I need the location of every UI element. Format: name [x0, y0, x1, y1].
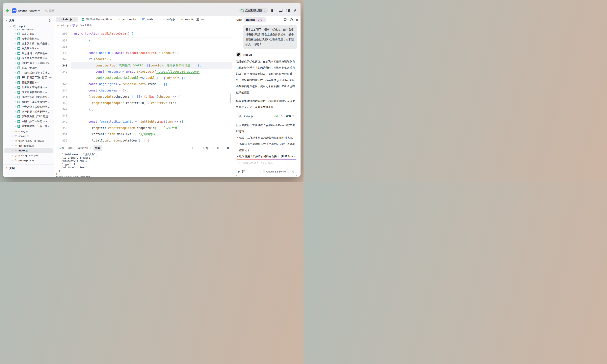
- new-terminal-icon[interactable]: [191, 147, 194, 149]
- file-item[interactable]: 国富论.csv: [4, 32, 53, 37]
- files-section-title[interactable]: 文件: [9, 19, 49, 22]
- toggle-right-panel-icon[interactable]: [286, 9, 290, 13]
- split-editor-icon[interactable]: [196, 18, 199, 21]
- file-item[interactable]: JSfetch_feishu_to_csv.js: [4, 139, 53, 143]
- breadcrumb-file[interactable]: index.js: [61, 24, 69, 26]
- file-item[interactable]: 思维的囚徒.csv: [4, 80, 53, 85]
- file-item[interactable]: JSget_bookid.js: [4, 143, 53, 148]
- editor-tab[interactable]: cookie.txt: [139, 17, 158, 22]
- lines-added: +55: [274, 115, 278, 117]
- send-icon[interactable]: [291, 170, 295, 173]
- file-item[interactable]: 乌合之众：大众心理研...: [4, 104, 53, 109]
- code-editor[interactable]: 296async function getBitableData() { 337…: [54, 28, 232, 144]
- file-item[interactable]: 物种起源（经典超译本...: [4, 109, 53, 114]
- close-panel-icon[interactable]: [296, 19, 298, 21]
- panel-tab-输出[interactable]: 输出: [66, 145, 76, 151]
- code-line[interactable]: 343const highlights = response.data.item…: [54, 81, 232, 88]
- file-change-card[interactable]: index.js +55 -1 审查: [236, 112, 297, 120]
- panel-settings-icon[interactable]: [217, 146, 220, 149]
- file-item[interactable]: 我的第一本人生规划手...: [4, 100, 53, 104]
- toggle-bottom-panel-icon[interactable]: [278, 9, 283, 13]
- split-terminal-icon[interactable]: [201, 147, 204, 149]
- attach-image-icon[interactable]: [242, 170, 245, 173]
- code-line[interactable]: 338: [54, 44, 232, 50]
- file-item[interactable]: 演讲的力量（TED 思想...: [4, 114, 53, 119]
- model-selector[interactable]: Claude-3.5-Sonnet: [260, 169, 289, 174]
- more-icon[interactable]: [211, 148, 214, 148]
- file-item[interactable]: 秋叶特训营 写作7堂课.csv: [4, 75, 53, 80]
- file-item[interactable]: 海子诗全集.csv: [4, 36, 53, 41]
- search-input[interactable]: 搜索: [49, 9, 54, 13]
- code-line[interactable]: 296async function getBitableData() {: [54, 30, 133, 37]
- file-item[interactable]: JSindex.js: [4, 148, 53, 153]
- account-icon[interactable]: [293, 9, 297, 13]
- history-icon[interactable]: [290, 18, 293, 21]
- code-line[interactable]: 345(response.data.chapters || []).forEac…: [54, 94, 232, 100]
- file-item[interactable]: 最重要的事，只有一件.c...: [4, 124, 53, 129]
- file-item[interactable]: 技术的本质：技术是什...: [4, 41, 53, 46]
- context-hash-icon[interactable]: #: [238, 170, 240, 173]
- file-item[interactable]: {}package.json: [4, 158, 53, 163]
- tab-builder[interactable]: Builder Beta: [244, 17, 266, 22]
- file-item[interactable]: 推理的迷宫（罗辑思维...: [4, 95, 53, 100]
- file-item[interactable]: 每天学点中国哲学.csv: [4, 56, 53, 61]
- terminal-output[interactable]: "field_name": "划线人数", "is_primary": fals…: [54, 152, 232, 177]
- file-item[interactable]: JSconfig.js: [4, 129, 53, 134]
- panel-tab-调试控制台[interactable]: 调试控制台: [76, 145, 93, 151]
- editor-tab[interactable]: JSfetch_fe: [177, 17, 195, 22]
- file-item[interactable]: 大败局I.csv: [4, 29, 53, 32]
- panel-tab-问题[interactable]: 问题: [57, 145, 66, 151]
- code-line[interactable]: 351content: item.markText || '无划线内容',: [54, 131, 232, 138]
- trash-icon[interactable]: [206, 147, 209, 149]
- tab-chat[interactable]: Chat: [234, 17, 244, 22]
- file-item[interactable]: 投资中最简单的事.csv: [4, 90, 53, 95]
- chat-input[interactable]: [238, 161, 295, 169]
- close-panel-icon[interactable]: [227, 147, 229, 149]
- file-item[interactable]: 中国，少了一味药.csv: [4, 119, 53, 124]
- editor-tab[interactable]: JSget_bookid.js: [114, 17, 138, 22]
- code-line[interactable]: 340if (bookId) {: [54, 56, 232, 63]
- file-item[interactable]: 巨人的方法.csv: [4, 46, 53, 51]
- code-line[interactable]: 344const chapterMap = {};: [54, 87, 232, 94]
- chevron-down-icon[interactable]: [38, 10, 40, 12]
- editor-tab[interactable]: 你的生命有什么可能.csv: [78, 17, 114, 22]
- maximize-panel-icon[interactable]: [222, 147, 224, 149]
- chevron-down-icon[interactable]: [5, 19, 8, 22]
- editor-tab[interactable]: JSconfig.js: [159, 17, 177, 22]
- close-tab-icon[interactable]: ✕: [74, 18, 76, 21]
- code-line[interactable]: book/bestbookmarks?bookId=${bookId}`, { …: [54, 75, 232, 81]
- restart-update-button[interactable]: 点击重启以更新: [239, 8, 268, 13]
- new-chat-icon[interactable]: [284, 18, 287, 21]
- code-line[interactable]: 346chapterMap[chapter.chapterUid] = chap…: [54, 100, 232, 106]
- editor-scrollbar[interactable]: [230, 93, 231, 103]
- chat-message-list[interactable]: 基本上实现了，但有个优化点。如果在多维表格读取到符合上述条件的记录，是否应该在这…: [232, 23, 300, 158]
- code-line[interactable]: 350chapter: chapterMap[item.chapterUid] …: [54, 125, 232, 131]
- project-name[interactable]: wechat_reader: [18, 9, 37, 12]
- breadcrumb-symbol[interactable]: getBitableData: [76, 24, 92, 26]
- code-line[interactable]: 349const formattedHighlights = highlight…: [54, 119, 232, 125]
- editor-tab[interactable]: JSindex.js✕: [56, 17, 78, 22]
- outline-section[interactable]: 大纲: [3, 165, 54, 172]
- toggle-left-panel-icon[interactable]: [271, 9, 275, 13]
- code-line[interactable]: 342const response = await axios.get(`htt…: [54, 69, 232, 75]
- file-item[interactable]: 你杀了谁.csv: [4, 65, 53, 70]
- summary-bullet: •当发现有书籍地址但没有书名的记录时，不再创建新记录: [236, 141, 297, 153]
- file-item[interactable]: 牛奶可乐经济学（文津...: [4, 70, 53, 75]
- folder-output[interactable]: output: [3, 24, 54, 29]
- filter-sliders-icon[interactable]: [49, 19, 52, 22]
- file-item[interactable]: 斯坦福大学写作课.csv: [4, 85, 53, 90]
- file-item[interactable]: 刻意练习：如何从新手...: [4, 51, 53, 56]
- code-line[interactable]: 339const bookId = await extractBookIdFro…: [54, 50, 232, 56]
- code-line[interactable]: 341console.log(`成功提取 bookId: ${bookId}, …: [54, 62, 232, 69]
- terminal-dropdown-icon[interactable]: [196, 147, 198, 149]
- file-item[interactable]: cookie.txt: [4, 134, 53, 139]
- review-button[interactable]: 审查: [286, 114, 291, 118]
- code-line[interactable]: 337}: [54, 37, 232, 44]
- code-line[interactable]: 347});: [54, 106, 232, 113]
- more-tabs-icon[interactable]: [201, 19, 204, 20]
- panel-tab-终端[interactable]: 终端: [93, 145, 103, 151]
- file-item[interactable]: 你的生命有什么可能.csv: [4, 61, 53, 66]
- code-line[interactable]: 352totalCount: item.totalCount || 0: [54, 137, 232, 144]
- code-line[interactable]: 348: [54, 112, 232, 119]
- file-item[interactable]: {}package-lock.json: [4, 153, 53, 158]
